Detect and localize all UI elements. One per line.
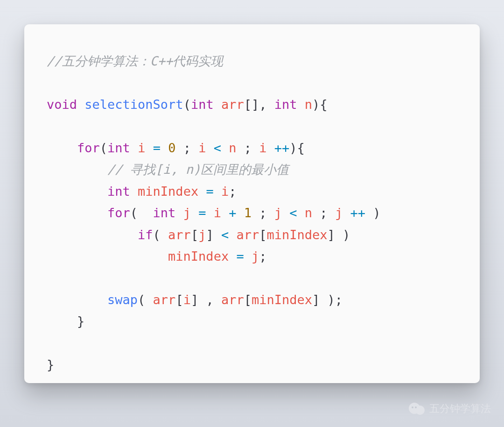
fn-selectionSort: selectionSort	[84, 97, 183, 112]
if-close: )	[335, 228, 350, 242]
swap-arr2: arr	[221, 292, 244, 307]
cond-n2: n	[305, 206, 312, 220]
if-br2o: [	[259, 228, 266, 242]
comma: ,	[259, 97, 274, 112]
kw-int-1: int	[191, 97, 214, 112]
op-pp-2: ++	[343, 206, 365, 220]
var-minIndex: minIndex	[138, 184, 198, 199]
swap-br1c: ]	[191, 292, 198, 307]
for1-open: (	[100, 141, 107, 155]
if-br2c: ]	[328, 228, 335, 242]
brackets: []	[244, 97, 259, 112]
cond-j: j	[274, 206, 282, 220]
op-eq-1: =	[145, 141, 168, 155]
op-lt-2: <	[282, 206, 305, 220]
swap-min: minIndex	[252, 292, 312, 307]
for1-close: ){	[289, 141, 305, 155]
brace-close-1: }	[77, 314, 84, 328]
kw-int-5: int	[153, 206, 176, 220]
semi-1: ;	[229, 184, 236, 199]
op-eq-2: =	[198, 184, 221, 199]
swap-br2c: ]	[312, 292, 320, 307]
op-pp-1: ++	[267, 141, 290, 155]
swap-i: i	[183, 292, 191, 307]
swap-close: );	[320, 292, 343, 307]
num-0: 0	[168, 141, 175, 155]
for2-open: (	[130, 206, 146, 220]
wechat-icon	[409, 401, 425, 417]
param-n: n	[305, 97, 312, 112]
kw-void: void	[47, 97, 77, 112]
swap-br1o: [	[175, 292, 183, 307]
for1-sep2: ;	[237, 141, 259, 155]
kw-if: if	[138, 228, 153, 242]
kw-for-1: for	[77, 141, 100, 155]
if-br1c: ]	[206, 228, 213, 242]
code-block: //五分钟学算法：C++代码实现 void selectionSort(int …	[47, 50, 457, 376]
sig-close: ){	[312, 97, 328, 112]
if-j: j	[198, 228, 206, 242]
kw-int-4: int	[107, 184, 130, 199]
if-br1o: [	[191, 228, 198, 242]
fn-swap: swap	[107, 292, 138, 307]
swap-arr1: arr	[153, 292, 176, 307]
semi-2: ;	[259, 249, 266, 263]
swap-open: (	[138, 292, 153, 307]
for2-close: )	[365, 206, 381, 220]
cond-i: i	[198, 141, 206, 155]
swap-br2o: [	[244, 292, 252, 307]
op-eq-3: =	[191, 206, 214, 220]
kw-int-2: int	[274, 97, 297, 112]
swap-comma: ,	[198, 292, 221, 307]
op-lt-3: <	[214, 228, 237, 242]
var-j: j	[183, 206, 191, 220]
op-plus: +	[221, 206, 244, 220]
kw-for-2: for	[107, 206, 130, 220]
inc-i: i	[259, 141, 266, 155]
for2-sep1: ;	[252, 206, 274, 220]
kw-int-3: int	[107, 141, 130, 155]
if-open: (	[153, 228, 168, 242]
num-1: 1	[244, 206, 252, 220]
cond-n: n	[229, 141, 236, 155]
param-arr: arr	[221, 97, 244, 112]
watermark-text: 五分钟学算法	[429, 402, 491, 416]
if-min: minIndex	[267, 228, 328, 242]
code-card: //五分钟学算法：C++代码实现 void selectionSort(int …	[24, 24, 480, 383]
op-lt-1: <	[206, 141, 229, 155]
brace-close-2: }	[47, 357, 54, 372]
watermark: 五分钟学算法	[409, 401, 491, 417]
if-arr2: arr	[236, 228, 259, 242]
comment-top: //五分钟学算法：C++代码实现	[47, 54, 223, 68]
assign-lhs: minIndex	[168, 249, 229, 263]
var-i: i	[138, 141, 145, 155]
op-eq-4: =	[229, 249, 252, 263]
for2-sep2: ;	[312, 206, 335, 220]
paren-open: (	[183, 97, 191, 112]
inc-j: j	[335, 206, 343, 220]
if-arr1: arr	[168, 228, 191, 242]
rhs-i: i	[221, 184, 229, 199]
rhs-i2: i	[214, 206, 221, 220]
assign-rhs: j	[252, 249, 259, 263]
for1-sep1: ;	[175, 141, 198, 155]
comment-inner: // 寻找[i, n)区间里的最小值	[107, 162, 289, 177]
